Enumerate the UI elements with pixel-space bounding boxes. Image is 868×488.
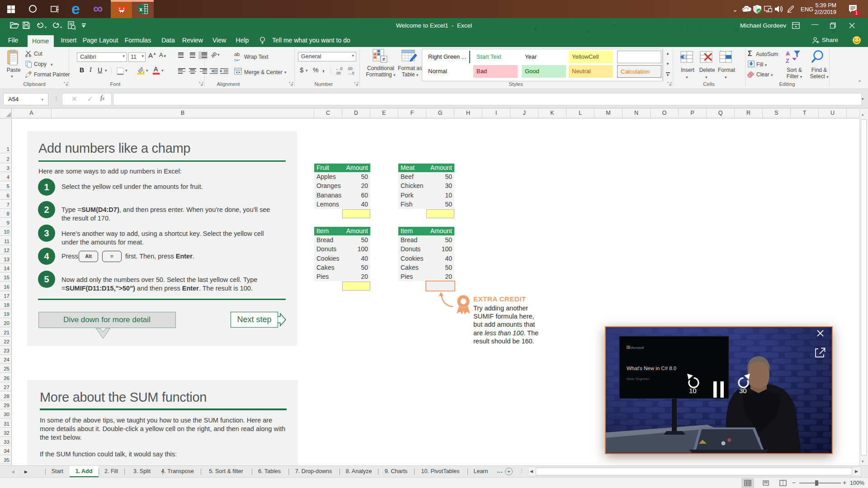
svg-text:≠: ≠ bbox=[382, 56, 386, 62]
svg-text:x: x bbox=[139, 6, 142, 13]
svg-text:30: 30 bbox=[739, 387, 747, 394]
svg-text:10: 10 bbox=[689, 387, 697, 394]
svg-text:Microsoft: Microsoft bbox=[630, 346, 644, 350]
svg-text:What's New in C# 8.0: What's New in C# 8.0 bbox=[627, 366, 676, 371]
svg-text:A: A bbox=[786, 50, 790, 57]
svg-text:Z: Z bbox=[786, 57, 789, 64]
svg-text:Mads Torgersen: Mads Torgersen bbox=[627, 377, 649, 381]
